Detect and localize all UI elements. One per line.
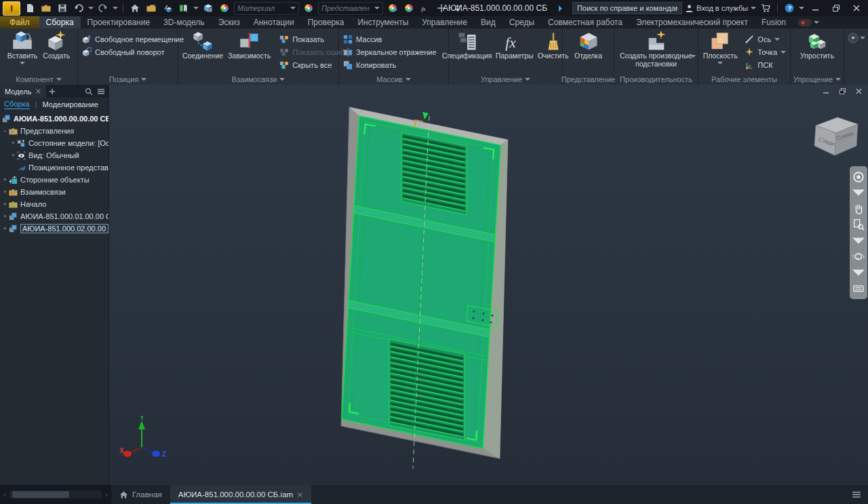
panel-label-manage[interactable]: Управление bbox=[449, 73, 562, 85]
statusbar-menu-button[interactable] bbox=[852, 485, 868, 504]
undo-dropdown-caret-icon[interactable] bbox=[88, 2, 94, 14]
free-rotate-button[interactable]: Свободный поворот bbox=[79, 45, 186, 58]
tree-item-subassembly-02-selected[interactable]: + АЮИА-851.000.02.00.00 Поло bbox=[0, 222, 108, 235]
scroll-left-arrow[interactable]: ‹ bbox=[1, 491, 8, 499]
help-search-input[interactable] bbox=[576, 3, 679, 13]
view-cube[interactable]: Сзади Слева bbox=[806, 111, 865, 162]
free-move-button[interactable]: Свободное перемещение bbox=[79, 33, 186, 45]
sign-in-button[interactable]: Вход в службы bbox=[685, 4, 756, 13]
tab-electromechanical[interactable]: Электромеханический проект bbox=[629, 16, 755, 28]
material-dropdown[interactable]: Материал bbox=[234, 2, 299, 15]
switch-window-button[interactable] bbox=[144, 2, 158, 14]
appearance-wheel-icon[interactable] bbox=[302, 2, 315, 14]
panel-label-work-features[interactable]: Рабочие элементы bbox=[698, 73, 790, 85]
browser-search-icon[interactable] bbox=[85, 88, 93, 96]
help-search-box[interactable] bbox=[572, 2, 682, 14]
pattern-button[interactable]: Массив bbox=[340, 33, 439, 45]
close-icon[interactable] bbox=[297, 492, 303, 498]
browser-menu-icon[interactable] bbox=[97, 88, 105, 96]
tree-expander[interactable]: + bbox=[1, 176, 9, 183]
save-button[interactable] bbox=[56, 2, 69, 14]
close-icon[interactable] bbox=[35, 88, 41, 94]
doc-close-button[interactable] bbox=[852, 85, 865, 96]
tab-fusion[interactable]: Fusion bbox=[755, 16, 793, 28]
panel-label-component[interactable]: Компонент bbox=[0, 73, 77, 85]
inventor-logo-icon[interactable]: I bbox=[3, 1, 20, 16]
panel-label-relationships[interactable]: Взаимосвязи bbox=[178, 73, 338, 85]
panel-label-pattern[interactable]: Массив bbox=[339, 73, 448, 85]
home-button[interactable] bbox=[128, 2, 142, 14]
simplify-button[interactable]: Упростить bbox=[794, 31, 840, 61]
help-dropdown-caret-icon[interactable] bbox=[799, 2, 804, 14]
tree-expander[interactable]: + bbox=[1, 189, 9, 195]
filter-assembly[interactable]: Сборка bbox=[4, 100, 30, 109]
mirror-button[interactable]: Зеркальное отражение bbox=[340, 45, 439, 58]
tab-design[interactable]: Проектирование bbox=[81, 16, 157, 28]
appearance-cubes-icon[interactable] bbox=[201, 2, 215, 14]
zoom-button[interactable] bbox=[852, 218, 865, 231]
filter-modeling[interactable]: Моделирование bbox=[43, 100, 98, 109]
doc-restore-button[interactable] bbox=[835, 85, 849, 96]
measure-button[interactable] bbox=[177, 2, 191, 14]
measure-dropdown-caret-icon[interactable] bbox=[193, 2, 199, 14]
tree-item-subassembly-01[interactable]: + АЮИА-851.000.01.00.00 СБ:1 bbox=[0, 210, 108, 222]
copy-button[interactable]: Копировать bbox=[340, 58, 439, 71]
tree-item-relationships[interactable]: + Взаимосвязи bbox=[0, 186, 108, 198]
tree-item-origin[interactable]: + Начало bbox=[0, 198, 108, 210]
scrollbar-track[interactable] bbox=[9, 490, 102, 499]
undo-button[interactable] bbox=[72, 2, 85, 14]
tree-item-model-state[interactable]: + Состояние модели: [Основ bbox=[0, 137, 108, 149]
tab-3d-model[interactable]: 3D-модель bbox=[157, 16, 212, 28]
finish-button[interactable]: Отделка bbox=[566, 31, 612, 61]
panel-label-representation[interactable]: Представление bbox=[563, 73, 614, 85]
tab-environments[interactable]: Среды bbox=[502, 16, 541, 28]
doc-tab-assembly[interactable]: АЮИА-851.000.00.00.00 СБ.iam bbox=[170, 485, 311, 504]
tab-assemble[interactable]: Сборка bbox=[39, 16, 81, 28]
tab-inspect[interactable]: Проверка bbox=[301, 16, 351, 28]
assembly-3d-model[interactable] bbox=[109, 85, 868, 485]
doc-tab-home[interactable]: Главная bbox=[111, 485, 170, 504]
tree-item-positional-representation[interactable]: Позиционное представлени bbox=[0, 161, 108, 174]
app-store-cart-button[interactable] bbox=[759, 2, 772, 14]
doc-minimize-button[interactable] bbox=[819, 85, 833, 96]
scroll-right-arrow[interactable]: › bbox=[103, 491, 110, 499]
tab-view[interactable]: Вид bbox=[474, 16, 502, 28]
work-point-button[interactable]: Точка bbox=[742, 45, 789, 58]
orbit-button[interactable] bbox=[852, 250, 865, 263]
derive-substitutes-button[interactable]: Создать производные подстановки bbox=[617, 31, 696, 69]
insert-component-button[interactable]: Вставить bbox=[6, 31, 39, 66]
material-wheel-icon[interactable] bbox=[218, 2, 231, 14]
scrollbar-thumb[interactable] bbox=[12, 491, 69, 498]
tree-expander[interactable]: + bbox=[1, 213, 9, 220]
tab-file[interactable]: Файл bbox=[0, 16, 39, 28]
tab-manage[interactable]: Управление bbox=[415, 16, 474, 28]
constrain-button[interactable]: Зависимость bbox=[226, 31, 272, 61]
ribbon-overflow-button[interactable] bbox=[848, 33, 865, 85]
app-restore-button[interactable] bbox=[827, 1, 845, 15]
work-plane-button[interactable]: Плоскость bbox=[700, 31, 741, 66]
panel-label-position[interactable]: Позиция bbox=[78, 73, 178, 85]
pan-button[interactable] bbox=[852, 203, 865, 215]
tab-tools[interactable]: Инструменты bbox=[351, 16, 415, 28]
tab-collaborate[interactable]: Совместная работа bbox=[541, 16, 629, 28]
panel-label-productivity[interactable]: Производительность bbox=[614, 73, 698, 85]
tab-extra-button[interactable] bbox=[793, 16, 825, 28]
tree-expander[interactable]: + bbox=[1, 201, 9, 208]
create-component-button[interactable]: Создать bbox=[41, 31, 71, 61]
tree-expander[interactable]: + bbox=[1, 225, 9, 232]
navbar-caret-icon[interactable] bbox=[852, 267, 865, 279]
tab-sketch[interactable]: Эскиз bbox=[212, 16, 247, 28]
adjust-wheel-icon[interactable] bbox=[386, 2, 399, 14]
navbar-caret-icon[interactable] bbox=[852, 235, 865, 247]
app-close-button[interactable] bbox=[848, 1, 865, 15]
tree-expander[interactable]: + bbox=[9, 140, 17, 147]
tree-item-foreign-objects[interactable]: + Сторонние объекты bbox=[0, 174, 108, 186]
tree-expander[interactable]: + bbox=[9, 152, 17, 159]
steering-wheel-button[interactable] bbox=[852, 171, 865, 183]
redo-button[interactable] bbox=[96, 2, 110, 14]
ucs-button[interactable]: ПСК bbox=[742, 58, 789, 71]
tree-item-view-normal[interactable]: + Вид: Обычный bbox=[0, 149, 108, 161]
representation-dropdown[interactable]: Представлен bbox=[318, 2, 383, 15]
help-button[interactable]: ? bbox=[783, 2, 796, 14]
app-minimize-button[interactable] bbox=[807, 1, 825, 15]
